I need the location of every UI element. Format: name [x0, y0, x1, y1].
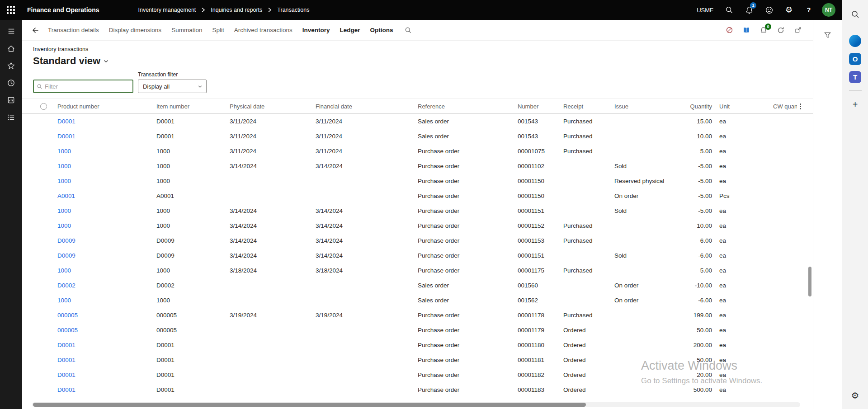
- product-number-link[interactable]: 000005: [57, 327, 78, 334]
- column-header-product-number[interactable]: Product number: [54, 103, 153, 110]
- view-selector[interactable]: Standard view: [33, 55, 802, 67]
- table-row[interactable]: 10001000Purchase order00001150Reserved p…: [22, 174, 813, 188]
- column-header-cw-quantity[interactable]: CW quantity: [773, 103, 797, 110]
- column-header-reference[interactable]: Reference: [414, 103, 514, 110]
- filter-input[interactable]: [45, 83, 130, 90]
- expand-navigation-button[interactable]: [0, 23, 22, 40]
- table-row[interactable]: D0001D00013/11/20243/11/2024Sales order0…: [22, 114, 813, 129]
- top-navigation-bar: Finance and Operations Inventory managem…: [0, 0, 842, 20]
- column-header-unit[interactable]: Unit: [716, 103, 773, 110]
- back-button[interactable]: [28, 23, 43, 38]
- table-row[interactable]: 100010003/14/20243/14/2024Purchase order…: [22, 218, 813, 233]
- product-number-link[interactable]: D0001: [57, 118, 75, 125]
- table-row[interactable]: D0001D0001Purchase order00001183Ordered5…: [22, 382, 813, 397]
- help-button[interactable]: ?: [799, 0, 818, 20]
- breadcrumb-item-transactions[interactable]: Transactions: [277, 7, 309, 13]
- product-number-link[interactable]: D0001: [57, 371, 75, 378]
- select-all-radio[interactable]: [40, 103, 47, 110]
- app-body: Transaction details Display dimensions S…: [0, 20, 842, 409]
- product-number-link[interactable]: D0001: [57, 386, 75, 393]
- table-row[interactable]: D0009D00093/14/20243/14/2024Purchase ord…: [22, 233, 813, 248]
- column-header-physical-date[interactable]: Physical date: [226, 103, 312, 110]
- column-header-issue[interactable]: Issue: [611, 103, 670, 110]
- product-number-link[interactable]: 1000: [57, 148, 71, 155]
- column-header-item-number[interactable]: Item number: [153, 103, 226, 110]
- table-row[interactable]: D0001D00013/11/20243/11/2024Sales order0…: [22, 129, 813, 144]
- product-number-link[interactable]: 000005: [57, 312, 78, 319]
- menu-archived-transactions[interactable]: Archived transactions: [229, 27, 297, 33]
- product-number-link[interactable]: 1000: [57, 222, 71, 229]
- column-header-receipt[interactable]: Receipt: [560, 103, 611, 110]
- column-header-quantity[interactable]: Quantity: [670, 103, 716, 110]
- product-number-link[interactable]: D0001: [57, 342, 75, 348]
- cell-reference: Sales order: [414, 118, 514, 125]
- product-number-link[interactable]: 1000: [57, 207, 71, 214]
- table-row[interactable]: D0009D00093/14/20243/14/2024Purchase ord…: [22, 248, 813, 263]
- breadcrumb-item-inventory-management[interactable]: Inventory management: [138, 7, 196, 13]
- search-button[interactable]: [720, 0, 739, 20]
- tab-options[interactable]: Options: [365, 27, 398, 33]
- action-pane-search-button[interactable]: [401, 23, 415, 38]
- product-number-link[interactable]: 1000: [57, 267, 71, 274]
- company-picker[interactable]: USMF: [691, 0, 719, 20]
- table-row[interactable]: 000005000005Purchase order00001179Ordere…: [22, 323, 813, 338]
- column-header-financial-date[interactable]: Financial date: [312, 103, 414, 110]
- nav-favorites-button[interactable]: [0, 57, 22, 74]
- nav-recent-button[interactable]: [0, 74, 22, 91]
- sidebar-search-button[interactable]: [846, 5, 864, 24]
- account-button[interactable]: NT: [819, 0, 838, 20]
- settings-button[interactable]: ⚙: [779, 0, 798, 20]
- product-number-link[interactable]: D0009: [57, 252, 75, 259]
- app-title[interactable]: Finance and Operations: [27, 6, 99, 14]
- product-number-link[interactable]: 1000: [57, 178, 71, 184]
- table-row[interactable]: 100010003/11/20243/11/2024Purchase order…: [22, 144, 813, 159]
- horizontal-scrollbar[interactable]: [32, 402, 800, 407]
- feedback-button[interactable]: [760, 0, 778, 20]
- horizontal-scrollbar-thumb[interactable]: [33, 403, 586, 407]
- table-row[interactable]: 100010003/14/20243/14/2024Purchase order…: [22, 159, 813, 174]
- product-number-link[interactable]: D0001: [57, 133, 75, 140]
- close-form-button[interactable]: [722, 24, 736, 37]
- menu-summation[interactable]: Summation: [166, 27, 207, 33]
- table-row[interactable]: D0001D0001Purchase order00001180Ordered2…: [22, 338, 813, 353]
- app-launcher-button[interactable]: [0, 0, 22, 20]
- table-row[interactable]: 100010003/18/20243/18/2024Purchase order…: [22, 263, 813, 278]
- product-number-link[interactable]: D0002: [57, 282, 75, 289]
- table-row[interactable]: 100010003/14/20243/14/2024Purchase order…: [22, 203, 813, 218]
- nav-home-button[interactable]: [0, 40, 22, 57]
- menu-transaction-details[interactable]: Transaction details: [43, 27, 104, 33]
- open-filter-pane-button[interactable]: [820, 27, 835, 42]
- vertical-scrollbar[interactable]: [808, 267, 811, 296]
- table-row[interactable]: 10001000Sales order001562On order-6.00ea: [22, 293, 813, 308]
- nav-modules-button[interactable]: [0, 108, 22, 126]
- tab-inventory[interactable]: Inventory: [297, 27, 335, 33]
- product-number-link[interactable]: 1000: [57, 297, 71, 304]
- task-guide-button[interactable]: [740, 24, 753, 37]
- product-number-link[interactable]: 1000: [57, 163, 71, 169]
- tab-ledger[interactable]: Ledger: [335, 27, 365, 33]
- notifications-button[interactable]: 1: [740, 0, 759, 20]
- sidebar-settings-button[interactable]: ⚙: [846, 386, 864, 404]
- column-header-number[interactable]: Number: [514, 103, 560, 110]
- product-number-link[interactable]: A0001: [57, 193, 75, 199]
- transaction-filter-dropdown[interactable]: Display all: [138, 80, 207, 93]
- product-number-link[interactable]: D0001: [57, 357, 75, 363]
- open-in-new-window-button[interactable]: [791, 24, 805, 37]
- table-row[interactable]: A0001A0001Purchase order00001150On order…: [22, 188, 813, 203]
- menu-split[interactable]: Split: [207, 27, 229, 33]
- table-row[interactable]: D0002D0002Sales order001560On order-10.0…: [22, 278, 813, 293]
- messages-button[interactable]: 0: [757, 24, 770, 37]
- product-number-link[interactable]: D0009: [57, 237, 75, 244]
- column-options-icon[interactable]: [797, 103, 804, 109]
- refresh-button[interactable]: [774, 24, 788, 37]
- table-row[interactable]: D0001D0001Purchase order00001182Ordered2…: [22, 367, 813, 382]
- menu-display-dimensions[interactable]: Display dimensions: [104, 27, 166, 33]
- sidebar-add-button[interactable]: +: [846, 95, 864, 113]
- sidebar-m365-button[interactable]: [846, 32, 864, 50]
- table-row[interactable]: 0000050000053/19/20243/19/2024Purchase o…: [22, 308, 813, 323]
- breadcrumb-item-inquiries-and-reports[interactable]: Inquiries and reports: [211, 7, 262, 13]
- sidebar-teams-button[interactable]: T: [846, 68, 864, 86]
- sidebar-outlook-button[interactable]: O: [846, 50, 864, 68]
- table-row[interactable]: D0001D0001Purchase order00001181Ordered5…: [22, 353, 813, 367]
- nav-workspaces-button[interactable]: [0, 91, 22, 108]
